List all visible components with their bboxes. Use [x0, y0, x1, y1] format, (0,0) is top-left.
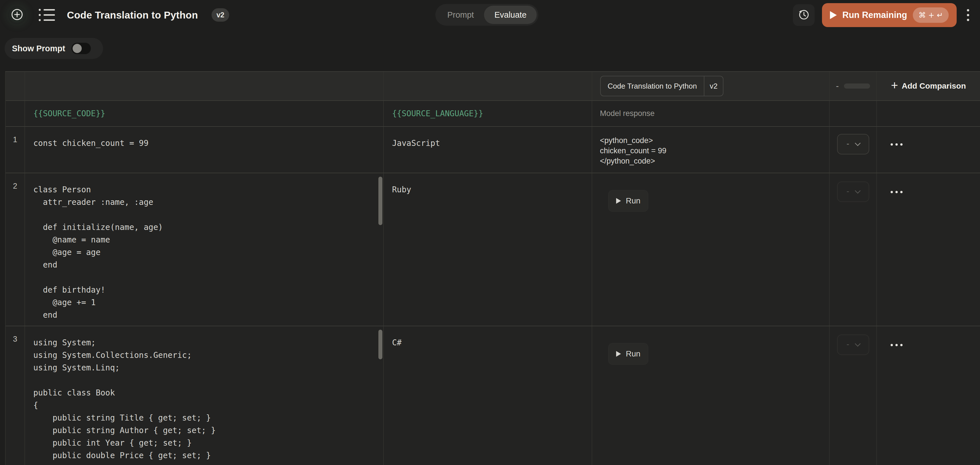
topbar-left-group: Code Translation to Python v2	[8, 6, 229, 24]
toggle-knob	[73, 44, 82, 53]
show-prompt-label: Show Prompt	[12, 44, 65, 53]
row-number: 1	[6, 127, 25, 173]
mode-tabs: Prompt Evaluate	[435, 4, 538, 26]
overflow-menu-button[interactable]	[964, 6, 972, 24]
source-language-text: Ruby	[392, 184, 592, 196]
run-button-label: Run	[626, 349, 640, 358]
plus-circle-icon	[11, 8, 24, 22]
history-clock-icon	[798, 8, 810, 21]
colhead-actions	[877, 101, 980, 126]
run-remaining-button[interactable]: Run Remaining ⌘ + ↵	[822, 3, 957, 27]
grade-value: -	[846, 340, 849, 348]
grade-value: -	[846, 140, 849, 148]
table-row: 3 using System; using System.Collections…	[6, 326, 980, 465]
show-prompt-control[interactable]: Show Prompt	[5, 38, 103, 59]
run-row-button[interactable]: Run	[608, 190, 648, 212]
header-score-cell: -	[830, 72, 877, 100]
comparison-version: v2	[704, 77, 723, 96]
header-code-cell	[25, 72, 384, 100]
model-response-cell: Run	[592, 326, 830, 465]
colhead-num	[6, 101, 25, 126]
row-number: 3	[6, 326, 25, 465]
keyboard-shortcut-badge: ⌘ + ↵	[913, 7, 949, 23]
header-response-cell: Code Translation to Python v2	[592, 72, 830, 100]
source-language-cell[interactable]: Ruby	[384, 173, 592, 326]
version-badge: v2	[212, 8, 229, 22]
play-icon	[616, 198, 621, 204]
play-icon	[616, 351, 621, 357]
grade-dropdown[interactable]: -	[837, 134, 869, 155]
show-prompt-toggle[interactable]	[72, 43, 91, 54]
history-button[interactable]	[793, 4, 815, 26]
grade-dropdown-disabled: -	[837, 182, 869, 202]
run-row-button[interactable]: Run	[608, 343, 648, 365]
actions-cell	[877, 127, 980, 173]
topbar-right-group: Run Remaining ⌘ + ↵	[793, 3, 972, 27]
row-menu-button[interactable]	[891, 143, 902, 145]
add-comparison-label: Add Comparison	[902, 81, 966, 91]
prompt-list-icon[interactable]	[39, 9, 55, 21]
score-skeleton-bar	[844, 83, 870, 89]
comparison-name: Code Translation to Python	[601, 77, 704, 96]
colhead-score	[830, 101, 877, 126]
plus-icon: +	[891, 80, 898, 91]
source-code-cell[interactable]: using System; using System.Collections.G…	[25, 326, 384, 465]
source-code-text: const chicken_count = 99	[33, 137, 372, 150]
cell-scrollbar[interactable]	[379, 330, 382, 359]
header-lang-cell	[384, 72, 592, 100]
row-menu-button[interactable]	[891, 191, 902, 193]
colhead-source-code: {{SOURCE_CODE}}	[25, 101, 384, 126]
top-bar: Code Translation to Python v2 Prompt Eva…	[0, 0, 980, 30]
tab-evaluate[interactable]: Evaluate	[484, 6, 537, 24]
actions-cell	[877, 173, 980, 326]
run-remaining-label: Run Remaining	[843, 10, 907, 20]
page-title: Code Translation to Python	[67, 10, 198, 21]
evaluation-table: Code Translation to Python v2 - + Add Co…	[5, 71, 980, 465]
grade-value: -	[846, 187, 849, 195]
grade-dropdown-disabled: -	[837, 334, 869, 355]
score-cell: -	[830, 326, 877, 465]
source-language-cell[interactable]: C#	[384, 326, 592, 465]
source-code-text: using System; using System.Collections.G…	[33, 337, 372, 462]
source-code-cell[interactable]: const chicken_count = 99	[25, 127, 384, 173]
score-cell: -	[830, 173, 877, 326]
run-button-label: Run	[626, 196, 640, 205]
source-code-text: class Person attr_reader :name, :age def…	[33, 184, 372, 321]
chevron-down-icon	[855, 140, 861, 146]
model-response-cell[interactable]: <python_code> chicken_count = 99 </pytho…	[592, 127, 830, 173]
chevron-down-icon	[855, 187, 861, 193]
chevron-down-icon	[855, 340, 861, 347]
actions-cell	[877, 326, 980, 465]
table-row: 2 class Person attr_reader :name, :age d…	[6, 173, 980, 326]
source-code-cell[interactable]: class Person attr_reader :name, :age def…	[25, 173, 384, 326]
row-menu-button[interactable]	[891, 344, 902, 346]
row-number: 2	[6, 173, 25, 326]
add-comparison-button[interactable]: + Add Comparison	[877, 72, 980, 100]
source-language-cell[interactable]: JavaScript	[384, 127, 592, 173]
colhead-model-response: Model response	[592, 101, 830, 126]
model-response-cell: Run	[592, 173, 830, 326]
source-code-variable: {{SOURCE_CODE}}	[25, 109, 105, 118]
source-language-variable: {{SOURCE_LANGUAGE}}	[384, 109, 483, 118]
tab-prompt[interactable]: Prompt	[437, 6, 484, 24]
cell-scrollbar[interactable]	[379, 177, 382, 225]
header-num-cell	[6, 72, 25, 100]
source-language-text: JavaScript	[392, 137, 592, 150]
model-response-text: <python_code> chicken_count = 99 </pytho…	[600, 135, 821, 166]
source-language-text: C#	[392, 337, 592, 349]
table-row: 1 const chicken_count = 99 JavaScript <p…	[6, 127, 980, 173]
colhead-source-language: {{SOURCE_LANGUAGE}}	[384, 101, 592, 126]
new-workbook-button[interactable]	[8, 6, 26, 24]
comparison-version-selector[interactable]: Code Translation to Python v2	[600, 76, 724, 96]
model-response-label: Model response	[592, 109, 655, 118]
column-header-row: {{SOURCE_CODE}} {{SOURCE_LANGUAGE}} Mode…	[6, 101, 980, 127]
score-cell: -	[830, 127, 877, 173]
comparison-header-row: Code Translation to Python v2 - + Add Co…	[6, 72, 980, 101]
play-icon	[830, 11, 837, 19]
aggregate-score-placeholder: -	[836, 81, 839, 91]
